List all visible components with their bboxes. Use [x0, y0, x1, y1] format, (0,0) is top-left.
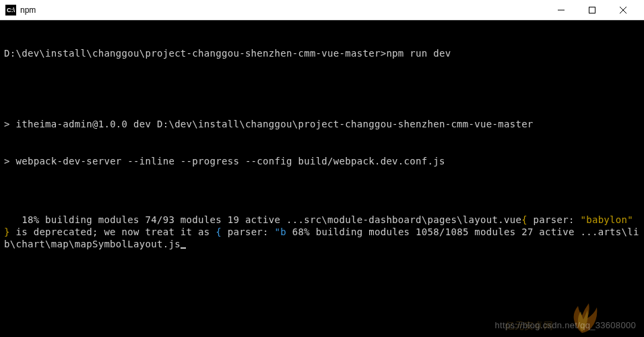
- window-controls: [546, 0, 639, 20]
- cursor: [181, 247, 186, 249]
- svg-rect-1: [589, 7, 595, 13]
- output-progress: 18% building modules 74/93 modules 19 ac…: [4, 214, 639, 249]
- output-line: > webpack-dev-server --inline --progress…: [4, 155, 640, 167]
- close-button[interactable]: [608, 0, 639, 20]
- prompt-path: D:\dev\install\changgou\project-changgou…: [4, 48, 386, 59]
- brace-open: {: [216, 226, 227, 237]
- titlebar: C:\ npm: [0, 0, 644, 20]
- command-text: npm run dev: [386, 48, 451, 59]
- parser-val: "b: [275, 226, 286, 237]
- parser-key: parser:: [228, 226, 275, 237]
- parser-val: "babylon": [580, 214, 633, 225]
- maximize-button[interactable]: [577, 0, 608, 20]
- terminal-icon: C:\: [5, 5, 16, 16]
- watermark-url: https://blog.csdn.net/qq_33608000: [495, 320, 636, 332]
- blank-line: [4, 191, 640, 201]
- terminal-area[interactable]: D:\dev\install\changgou\project-changgou…: [0, 20, 644, 337]
- blank-line: [4, 84, 640, 94]
- brace-open: {: [521, 214, 533, 225]
- window-title: npm: [20, 5, 546, 15]
- minimize-button[interactable]: [546, 0, 577, 20]
- prompt-line: D:\dev\install\changgou\project-changgou…: [4, 47, 640, 59]
- output-line: > itheima-admin@1.0.0 dev D:\dev\install…: [4, 118, 640, 130]
- parser-key: parser:: [534, 214, 581, 225]
